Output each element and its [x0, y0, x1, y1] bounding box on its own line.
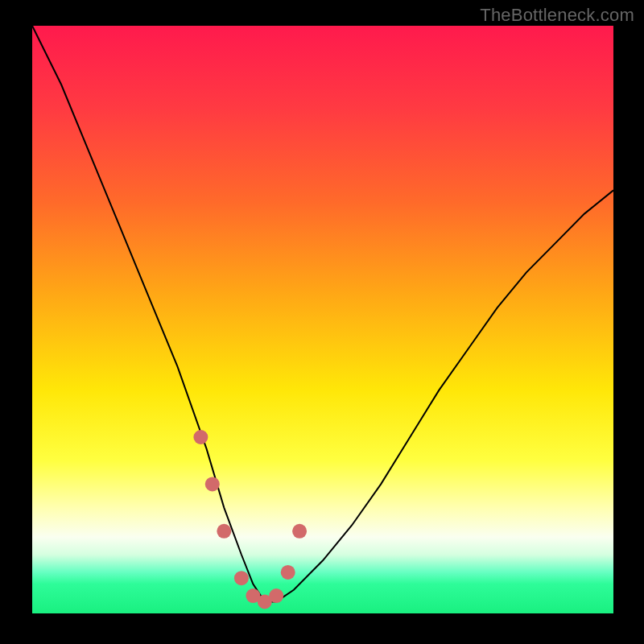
- highlight-markers: [193, 430, 307, 609]
- highlight-marker: [269, 588, 283, 603]
- highlight-marker: [193, 430, 208, 444]
- bottleneck-curve: [32, 26, 613, 601]
- highlight-marker: [281, 565, 295, 580]
- highlight-marker: [205, 477, 220, 491]
- gradient-plot-area: [32, 26, 613, 613]
- watermark-text: TheBottleneck.com: [480, 5, 634, 26]
- highlight-marker: [292, 524, 307, 539]
- curve-svg: [32, 26, 613, 613]
- highlight-marker: [234, 571, 249, 585]
- highlight-marker: [217, 524, 231, 539]
